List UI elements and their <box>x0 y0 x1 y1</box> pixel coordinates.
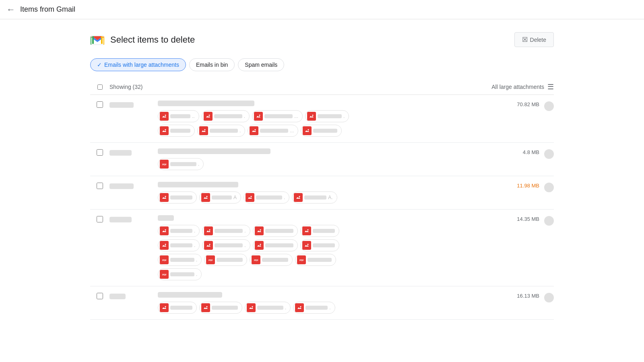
sender-name <box>109 148 158 156</box>
attachment-pill[interactable]: PDF <box>204 254 247 266</box>
title-inner: Select items to delete <box>90 33 195 47</box>
svg-text:PDF: PDF <box>162 259 167 261</box>
image-icon <box>247 303 256 312</box>
attachment-pill[interactable]: ... <box>252 110 303 122</box>
tab-bin[interactable]: Emails in bin <box>189 58 235 71</box>
row-checkbox-cell <box>90 182 109 189</box>
image-icon <box>254 112 263 121</box>
attachment-pill[interactable]: PDF <box>250 254 293 266</box>
svg-rect-59 <box>161 305 167 311</box>
attachment-row: .... <box>158 125 489 137</box>
attachment-pill[interactable]: PDF. <box>158 268 202 280</box>
attachment-pill[interactable]: PDF <box>295 254 336 266</box>
attachment-name <box>217 258 243 262</box>
email-size: 14.35 MB <box>517 216 539 222</box>
attachment-name <box>170 195 192 200</box>
image-icon <box>204 241 213 250</box>
svg-rect-63 <box>248 305 254 311</box>
image-icon <box>255 226 264 235</box>
tab-check-icon: ✓ <box>97 62 102 68</box>
svg-point-18 <box>204 129 206 130</box>
sender-avatar <box>544 149 554 159</box>
attachment-pill[interactable] <box>253 239 298 251</box>
image-icon <box>255 241 264 250</box>
svg-text:PDF: PDF <box>208 259 213 261</box>
attachment-pill[interactable]: PDF. <box>158 158 204 170</box>
main-content: Select items to delete ☒ Delete ✓Emails … <box>80 19 564 333</box>
email-list: ...........70.82 MBPDF.4.8 MBA.A.11.98 M… <box>90 95 554 320</box>
attachment-pill[interactable] <box>253 225 298 237</box>
attachment-extra: . <box>194 243 195 248</box>
attachment-name <box>260 129 288 133</box>
attachment-extra: .. <box>192 113 195 119</box>
attachment-row: .. <box>158 225 489 237</box>
tab-large-attachments[interactable]: ✓Emails with large attachments <box>90 58 186 71</box>
email-subject <box>158 101 254 106</box>
attachment-pill[interactable] <box>158 125 195 137</box>
row-checkbox[interactable] <box>97 293 103 299</box>
svg-point-10 <box>208 115 210 116</box>
image-icon <box>307 112 316 121</box>
back-button[interactable]: ← <box>6 4 15 15</box>
row-checkbox[interactable] <box>97 183 103 189</box>
sender-avatar <box>544 293 554 302</box>
attachment-pill[interactable]: PDF. <box>158 254 202 266</box>
svg-text:PDF: PDF <box>254 259 258 261</box>
svg-point-60 <box>165 306 166 307</box>
row-checkbox[interactable] <box>97 101 103 108</box>
image-icon <box>160 226 169 235</box>
attachment-name <box>170 243 192 247</box>
svg-rect-13 <box>309 113 314 119</box>
svg-rect-33 <box>161 228 167 234</box>
attachment-name <box>170 306 192 310</box>
attachment-name <box>215 229 243 233</box>
attachment-pill[interactable]: . <box>202 110 250 122</box>
attachment-pill[interactable]: . <box>202 225 250 237</box>
svg-rect-25 <box>161 195 167 200</box>
attachment-pill[interactable]: ... <box>248 125 298 137</box>
email-body: ........... <box>158 101 489 137</box>
attachment-extra: A. <box>328 195 332 200</box>
attachment-pill[interactable] <box>158 191 197 204</box>
svg-rect-15 <box>161 128 167 134</box>
delete-button[interactable]: ☒ Delete <box>514 32 554 47</box>
attachment-pill[interactable]: . <box>305 110 349 122</box>
attachment-extra: . <box>284 195 285 200</box>
image-icon <box>302 226 311 235</box>
attachment-extra: . <box>244 113 245 119</box>
attachment-pill[interactable] <box>300 239 339 251</box>
attachment-pill[interactable]: A <box>199 191 241 204</box>
email-body: .. <box>158 292 489 314</box>
select-all-input[interactable] <box>97 84 103 90</box>
attachment-pill[interactable]: . <box>197 125 245 137</box>
attachment-pill[interactable] <box>301 125 342 137</box>
attachment-pill[interactable]: A. <box>292 191 337 204</box>
svg-rect-11 <box>256 113 261 119</box>
sender-name <box>109 292 158 299</box>
tab-spam[interactable]: Spam emails <box>238 58 284 71</box>
row-checkbox[interactable] <box>97 216 103 222</box>
select-all-checkbox[interactable] <box>90 84 109 90</box>
attachment-pill[interactable]: . <box>158 239 200 251</box>
filter-icon[interactable]: ☰ <box>547 82 554 91</box>
attachment-pill[interactable]: .. <box>158 110 199 122</box>
row-checkbox-cell <box>90 148 109 156</box>
svg-point-28 <box>206 196 208 197</box>
attachment-row: .. <box>158 302 489 314</box>
email-row: ...........70.82 MB <box>90 95 554 143</box>
attachment-extra: . <box>196 272 197 277</box>
attachment-pill[interactable]: . <box>245 302 291 314</box>
attachment-pill[interactable]: . <box>293 302 335 314</box>
row-checkbox[interactable] <box>97 149 103 156</box>
email-size: 11.98 MB <box>517 183 539 189</box>
attachment-pill[interactable] <box>199 302 242 314</box>
attachment-pill[interactable] <box>158 302 197 314</box>
svg-point-12 <box>259 115 260 116</box>
attachment-pill[interactable]: . <box>158 225 200 237</box>
attachment-pill[interactable]: . <box>202 239 250 251</box>
attachment-name <box>318 114 342 118</box>
pdf-icon: PDF <box>160 160 169 169</box>
attachment-pill[interactable]: . <box>244 191 289 204</box>
svg-rect-35 <box>206 228 211 234</box>
attachment-pill[interactable] <box>300 225 339 237</box>
